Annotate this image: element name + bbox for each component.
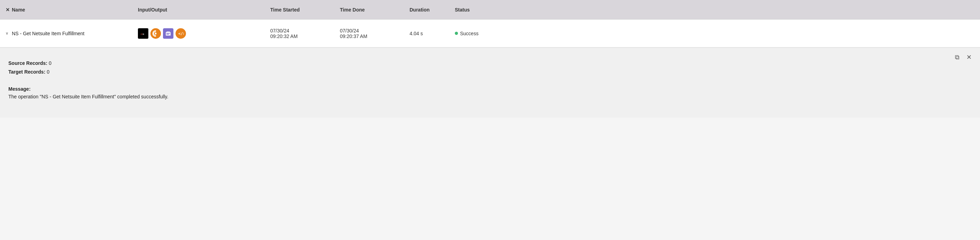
row-name-cell: ∨ NS - Get Netsuite Item Fulfillment <box>6 31 138 36</box>
time-started-time: 09:20:32 AM <box>270 34 340 39</box>
integration-icons: O N <box>138 28 270 39</box>
target-records-line: Target Records: 0 <box>8 68 972 77</box>
col-header-status: Status <box>455 7 974 13</box>
status-label: Success <box>460 31 479 36</box>
row-io-cell: O N <box>138 28 270 39</box>
table-row[interactable]: ∨ NS - Get Netsuite Item Fulfillment O N <box>0 19 980 48</box>
svg-rect-5 <box>166 32 171 35</box>
svg-text:N: N <box>143 33 144 35</box>
col-header-started: Time Started <box>270 7 340 13</box>
row-duration-cell: 4.04 s <box>410 31 455 36</box>
detail-actions: ⧉ ✕ <box>953 53 973 61</box>
row-done-cell: 07/30/24 09:20:37 AM <box>340 28 410 39</box>
col-name-label: Name <box>12 7 25 13</box>
message-label: Message: <box>8 86 972 92</box>
svg-rect-8 <box>167 34 169 35</box>
cloud-icon <box>163 28 173 39</box>
row-chevron-icon[interactable]: ∨ <box>6 31 8 35</box>
duration-value: 4.04 s <box>410 31 423 36</box>
message-section: Message: The operation "NS - Get Netsuit… <box>8 86 972 101</box>
status-indicator <box>455 32 458 35</box>
row-name-label: NS - Get Netsuite Item Fulfillment <box>12 31 84 36</box>
time-done-date: 07/30/24 <box>340 28 410 34</box>
boomi-icon <box>150 28 161 39</box>
row-status-cell: Success <box>455 31 974 36</box>
svg-rect-7 <box>167 33 170 34</box>
code-icon: </> <box>175 28 186 39</box>
time-done-time: 09:20:37 AM <box>340 34 410 39</box>
source-records-line: Source Records: 0 <box>8 59 972 68</box>
message-text: The operation "NS - Get Netsuite Item Fu… <box>8 93 972 101</box>
expand-all-icon[interactable]: ✕ <box>6 7 10 13</box>
col-header-name: ✕ Name <box>6 7 138 13</box>
table-header: ✕ Name Input/Output Time Started Time Do… <box>0 0 980 19</box>
target-records-value: 0 <box>47 69 49 75</box>
col-header-duration: Duration <box>410 7 455 13</box>
col-header-io: Input/Output <box>138 7 270 13</box>
detail-panel: ⧉ ✕ Source Records: 0 Target Records: 0 … <box>0 48 980 118</box>
col-header-done: Time Done <box>340 7 410 13</box>
source-records-label: Source Records: <box>8 60 47 66</box>
svg-text:</>: </> <box>178 31 184 36</box>
close-button[interactable]: ✕ <box>965 53 973 61</box>
copy-button[interactable]: ⧉ <box>953 53 961 61</box>
svg-point-4 <box>155 32 157 34</box>
oracle-icon: O N <box>138 28 148 39</box>
target-records-label: Target Records: <box>8 69 45 75</box>
row-started-cell: 07/30/24 09:20:32 AM <box>270 28 340 39</box>
svg-rect-6 <box>167 31 170 32</box>
time-started-date: 07/30/24 <box>270 28 340 34</box>
source-records-value: 0 <box>49 60 51 66</box>
